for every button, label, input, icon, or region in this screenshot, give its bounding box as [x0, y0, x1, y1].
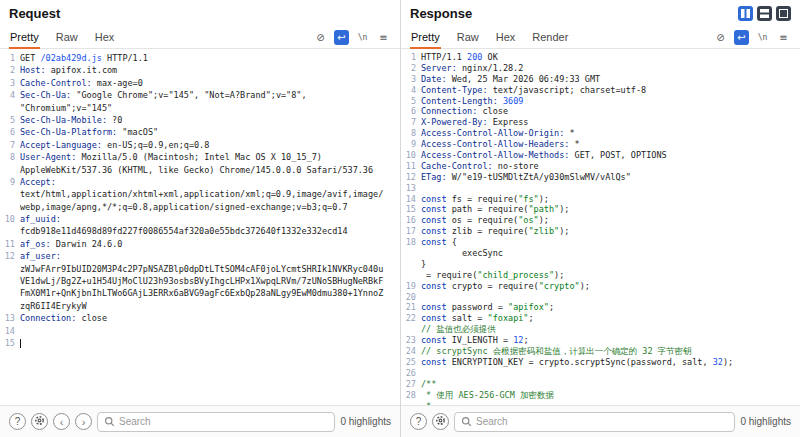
line-number: 18 [401, 237, 421, 248]
code-line: 10Access-Control-Allow-Methods: GET, POS… [401, 150, 800, 161]
request-highlights-count: 0 highlights [340, 416, 391, 427]
line-number: 16 [401, 215, 421, 226]
question-icon: ? [416, 416, 422, 427]
request-tabbar: PrettyRawHex ⊘↩\n≡ [0, 26, 400, 49]
response-search-input[interactable] [476, 416, 728, 427]
code-line: 2Server: nginx/1.28.2 [401, 63, 800, 74]
code-line: 12ETag: W/"e19-tUSMDltZtA/y030mSlwMV/vAl… [401, 172, 800, 183]
nonprinting-toggle-icon[interactable]: ⊘ [713, 30, 728, 45]
next-match-button[interactable]: › [75, 413, 92, 430]
response-panel-header: Response [401, 0, 800, 26]
code-line: AppleWebKit/537.36 (KHTML, like Gecko) C… [0, 164, 400, 176]
code-line: "Chromium";v="145" [0, 102, 400, 114]
line-number: 4 [0, 89, 20, 101]
layout-side-by-side-button[interactable] [738, 6, 753, 21]
code-line: 15const path = require("path"); [401, 204, 800, 215]
tab-render[interactable]: Render [531, 26, 569, 48]
nonprinting-toggle-icon[interactable]: ⊘ [313, 30, 328, 45]
response-tabbar: PrettyRawHexRender ⊘↩\n≡ [401, 26, 800, 49]
editor-menu-icon[interactable]: ≡ [376, 30, 391, 45]
code-line: zWJwFArr9IbUID20M3P4c2P7pNSAZBlp0dpDtLTt… [0, 263, 400, 275]
code-line: 25const ENCRYPTION_KEY = crypto.scryptSy… [401, 357, 800, 368]
request-search-input[interactable] [119, 416, 328, 427]
newline-toggle-icon[interactable]: \n [755, 30, 770, 45]
line-number: 20 [401, 292, 421, 303]
code-line: 5Content-Length: 3609 [401, 96, 800, 107]
code-line: 19const crypto = require("crypto"); [401, 281, 800, 292]
code-line: fcdb918e11d4698d89fd227f0086554af320a0e5… [0, 225, 400, 237]
line-number: 22 [401, 313, 421, 324]
code-line: 28 * 使用 AES-256-GCM 加密数据 [401, 390, 800, 401]
code-line: 14 [0, 325, 400, 337]
layout-top-bottom-button[interactable] [757, 6, 772, 21]
code-line: = require("child_process"); [401, 270, 800, 281]
tab-raw[interactable]: Raw [456, 26, 480, 48]
code-line: 15 [0, 337, 400, 349]
search-help-button[interactable]: ? [9, 413, 26, 430]
line-number: 1 [401, 52, 421, 63]
tab-raw[interactable]: Raw [55, 26, 79, 48]
line-number: 5 [0, 114, 20, 126]
line-number [0, 287, 20, 299]
line-number: 24 [401, 346, 421, 357]
code-line: 6Connection: close [401, 106, 800, 117]
prev-match-button[interactable]: ‹ [53, 413, 70, 430]
code-line: 3Date: Wed, 25 Mar 2026 06:49:33 GMT [401, 74, 800, 85]
line-number: 21 [401, 302, 421, 313]
code-line: 27/** [401, 379, 800, 390]
line-number: 6 [0, 126, 20, 138]
tab-hex[interactable]: Hex [94, 26, 116, 48]
code-line: 16const os = require("os"); [401, 215, 800, 226]
line-number: 11 [401, 161, 421, 172]
line-number [0, 102, 20, 114]
line-number [0, 201, 20, 213]
line-number: 3 [0, 77, 20, 89]
line-number [0, 164, 20, 176]
code-line: FmX0M1r+QnKjbnIhLTWo6GAjL3ERRx6aBVG9agFc… [0, 287, 400, 299]
search-settings-button[interactable] [31, 413, 48, 430]
line-number: 9 [401, 139, 421, 150]
search-icon [461, 413, 472, 431]
code-line: 17const zlib = require("zlib"); [401, 226, 800, 237]
line-number: 12 [401, 172, 421, 183]
code-line: // 盐值也必须提供 [401, 324, 800, 335]
wrap-toggle-icon[interactable]: ↩ [734, 30, 749, 45]
tab-pretty[interactable]: Pretty [410, 26, 441, 48]
code-line: 5Sec-Ch-Ua-Mobile: ?0 [0, 114, 400, 126]
response-panel: Response PrettyRawHexRender ⊘↩\n≡ 1HTTP/… [400, 0, 800, 437]
wrap-toggle-icon[interactable]: ↩ [334, 30, 349, 45]
line-number: 7 [0, 139, 20, 151]
request-panel-header: Request [0, 0, 400, 26]
code-line: 10af_uuid: [0, 213, 400, 225]
search-settings-button[interactable] [432, 413, 449, 430]
request-editor[interactable]: 1GET /02ab429d.js HTTP/1.12Host: apifox.… [0, 49, 400, 405]
code-line: 11af_os: Darwin 24.6.0 [0, 238, 400, 250]
code-line: VE1dwLj/Bg2Z+u1H54UjMoClU23h93osbsBVyIhg… [0, 275, 400, 287]
line-number: 12 [0, 250, 20, 262]
line-number [0, 300, 20, 312]
code-line: 13Connection: close [0, 312, 400, 324]
tab-hex[interactable]: Hex [495, 26, 517, 48]
newline-toggle-icon[interactable]: \n [355, 30, 370, 45]
gear-icon [435, 415, 446, 428]
code-line: 8User-Agent: Mozilla/5.0 (Macintosh; Int… [0, 151, 400, 163]
code-line: 9Access-Control-Allow-Headers: * [401, 139, 800, 150]
line-number: 13 [0, 312, 20, 324]
layout-single-button[interactable] [776, 6, 791, 21]
editor-menu-icon[interactable]: ≡ [776, 30, 791, 45]
line-number: 27 [401, 379, 421, 390]
response-viewer[interactable]: 1HTTP/1.1 200 OK2Server: nginx/1.28.23Da… [401, 49, 800, 405]
code-line: 14const fs = require("fs"); [401, 194, 800, 205]
response-highlights-count: 0 highlights [740, 416, 791, 427]
response-search-box [454, 412, 735, 432]
code-line: 1HTTP/1.1 200 OK [401, 52, 800, 63]
text-caret [20, 339, 21, 348]
line-number: 15 [401, 204, 421, 215]
line-number: 7 [401, 117, 421, 128]
code-line: 1GET /02ab429d.js HTTP/1.1 [0, 52, 400, 64]
line-number: 15 [0, 337, 20, 349]
line-number [0, 263, 20, 275]
tab-pretty[interactable]: Pretty [9, 26, 40, 48]
code-line: 7X-Powered-By: Express [401, 117, 800, 128]
search-help-button[interactable]: ? [410, 413, 427, 430]
